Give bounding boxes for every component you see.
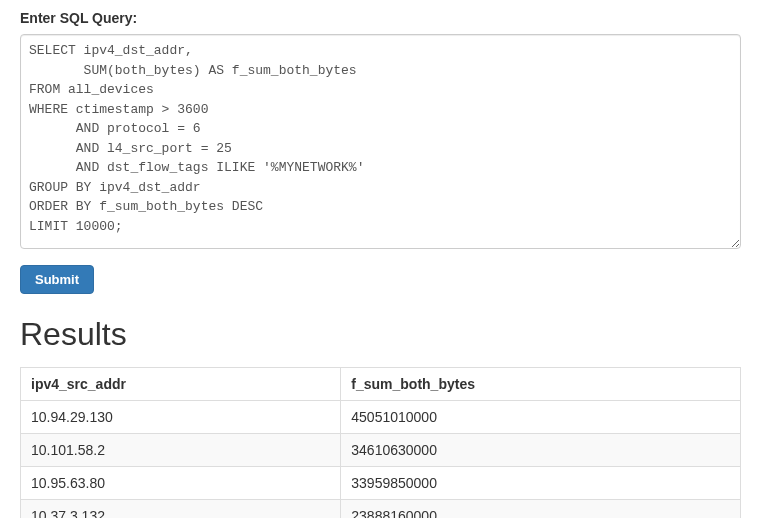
- table-body: 10.94.29.1304505101000010.101.58.2346106…: [21, 401, 741, 519]
- query-form: Enter SQL Query: SELECT ipv4_dst_addr, S…: [20, 10, 741, 294]
- table-header-row: ipv4_src_addr f_sum_both_bytes: [21, 368, 741, 401]
- table-cell-addr: 10.37.3.132: [21, 500, 341, 519]
- table-row: 10.101.58.234610630000: [21, 434, 741, 467]
- table-cell-addr: 10.95.63.80: [21, 467, 341, 500]
- table-row: 10.95.63.8033959850000: [21, 467, 741, 500]
- table-cell-bytes: 33959850000: [341, 467, 741, 500]
- table-cell-bytes: 23888160000: [341, 500, 741, 519]
- table-row: 10.94.29.13045051010000: [21, 401, 741, 434]
- table-cell-addr: 10.101.58.2: [21, 434, 341, 467]
- table-cell-bytes: 34610630000: [341, 434, 741, 467]
- table-header-cell: f_sum_both_bytes: [341, 368, 741, 401]
- table-row: 10.37.3.13223888160000: [21, 500, 741, 519]
- table-header-cell: ipv4_src_addr: [21, 368, 341, 401]
- submit-button[interactable]: Submit: [20, 265, 94, 294]
- results-heading: Results: [20, 316, 741, 353]
- table-cell-bytes: 45051010000: [341, 401, 741, 434]
- results-table: ipv4_src_addr f_sum_both_bytes 10.94.29.…: [20, 367, 741, 518]
- table-cell-addr: 10.94.29.130: [21, 401, 341, 434]
- sql-query-input[interactable]: SELECT ipv4_dst_addr, SUM(both_bytes) AS…: [20, 34, 741, 249]
- query-label: Enter SQL Query:: [20, 10, 741, 26]
